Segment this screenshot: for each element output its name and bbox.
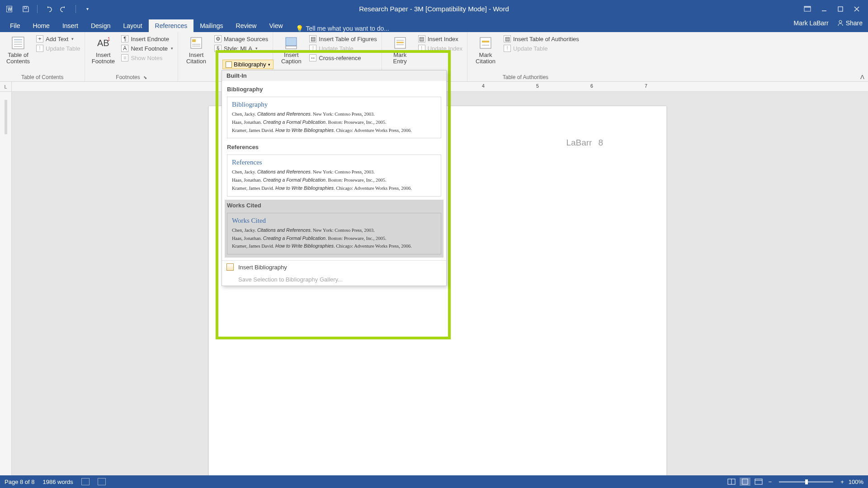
- citation-style-button[interactable]: §Style: MLA▾: [213, 44, 269, 52]
- footnote-icon: AB1: [95, 35, 111, 51]
- tab-home[interactable]: Home: [27, 19, 56, 32]
- tab-view[interactable]: View: [263, 19, 289, 32]
- save-icon[interactable]: [20, 3, 32, 15]
- manage-sources-icon: ⚙: [214, 35, 222, 42]
- bibliography-button[interactable]: Bibliography ▾: [222, 60, 274, 69]
- footnote-label: Insert Footnote: [92, 52, 115, 65]
- group-label-toc: Table of Contents: [4, 73, 81, 81]
- minimize-icon[interactable]: [821, 6, 827, 12]
- update-index-button[interactable]: !Update Index: [417, 44, 463, 52]
- zoom-slider[interactable]: [779, 481, 833, 483]
- show-notes-icon: ≡: [121, 54, 128, 61]
- tab-design[interactable]: Design: [85, 19, 117, 32]
- add-text-button[interactable]: +Add Text▾: [35, 35, 81, 43]
- update-icon: !: [36, 45, 43, 52]
- ruler-tick: 6: [590, 83, 593, 89]
- style-icon: §: [214, 45, 222, 52]
- bibliography-option-bibliography[interactable]: BibliographyBibliographyChen, Jacky. Cit…: [225, 84, 443, 141]
- undo-icon[interactable]: [43, 3, 55, 15]
- collapse-ribbon-icon[interactable]: ᐱ: [860, 74, 864, 80]
- bibliography-option-references[interactable]: ReferencesReferencesChen, Jacky. Citatio…: [225, 141, 443, 199]
- tab-layout[interactable]: Layout: [117, 19, 149, 32]
- close-icon[interactable]: [854, 6, 860, 12]
- toa-icon: ▤: [504, 35, 511, 42]
- tab-mailings[interactable]: Mailings: [193, 19, 229, 32]
- insert-endnote-button[interactable]: ¶Insert Endnote: [120, 35, 174, 43]
- read-mode-button[interactable]: [726, 478, 737, 486]
- svg-rect-5: [804, 6, 811, 8]
- macro-icon[interactable]: [98, 478, 106, 485]
- window-controls: [804, 6, 868, 12]
- signed-in-user[interactable]: Mark LaBarr: [794, 19, 829, 27]
- gallery-option-title: Works Cited: [225, 200, 443, 211]
- table-of-contents-button[interactable]: Table of Contents: [4, 34, 33, 73]
- mark-citation-icon: [477, 35, 494, 51]
- citation-icon: [188, 35, 204, 51]
- web-layout-button[interactable]: [753, 478, 764, 486]
- update-captions-table-button[interactable]: !Update Table: [308, 44, 377, 52]
- insert-table-authorities-button[interactable]: ▤Insert Table of Authorities: [503, 35, 580, 43]
- window-title: Research Paper - 3M [Compatibility Mode]…: [359, 5, 509, 13]
- show-notes-button[interactable]: ≡Show Notes: [120, 54, 174, 62]
- svg-rect-31: [742, 479, 748, 484]
- qa-customize-icon[interactable]: ▾: [81, 3, 93, 15]
- share-button[interactable]: Share: [837, 19, 863, 27]
- cross-reference-button[interactable]: ↔Cross-reference: [308, 54, 377, 62]
- tab-references[interactable]: References: [149, 19, 194, 32]
- tab-file[interactable]: File: [4, 19, 27, 32]
- mark-citation-button[interactable]: Mark Citation: [471, 34, 500, 73]
- bibliography-option-works-cited[interactable]: Works CitedWorks CitedChen, Jacky. Citat…: [225, 200, 443, 258]
- insert-bibliography-menuitem[interactable]: Insert Bibliography: [222, 261, 446, 273]
- maximize-icon[interactable]: [837, 6, 844, 12]
- svg-rect-9: [12, 37, 24, 49]
- share-icon: [837, 19, 844, 27]
- status-word-count[interactable]: 1986 words: [43, 479, 73, 485]
- zoom-level[interactable]: 100%: [849, 479, 863, 485]
- insert-index-icon: ▤: [418, 35, 425, 42]
- ruler-tick: 4: [482, 83, 485, 89]
- insert-bibliography-icon: [226, 263, 234, 271]
- tell-me-search[interactable]: 💡 Tell me what you want to do...: [289, 25, 389, 32]
- zoom-in-button[interactable]: +: [839, 479, 846, 485]
- gallery-preview: BibliographyChen, Jacky. Citations and R…: [227, 97, 441, 138]
- vertical-ruler[interactable]: [0, 92, 12, 475]
- bibliography-icon: [226, 61, 232, 68]
- dialog-launcher-icon[interactable]: ⬊: [142, 75, 147, 80]
- redo-icon[interactable]: [58, 3, 70, 15]
- group-footnotes: AB1 Insert Footnote ¶Insert Endnote ANex…: [85, 32, 178, 81]
- toc-label: Table of Contents: [6, 52, 30, 65]
- status-page[interactable]: Page 8 of 8: [5, 479, 35, 485]
- ribbon-display-icon[interactable]: [804, 6, 811, 12]
- tab-selector[interactable]: L: [0, 82, 12, 92]
- update-toc-button[interactable]: !Update Table: [35, 44, 81, 52]
- insert-citation-button[interactable]: Insert Citation: [182, 34, 211, 73]
- lightbulb-icon: 💡: [296, 25, 303, 32]
- toc-icon: [10, 35, 26, 51]
- tab-review[interactable]: Review: [230, 19, 263, 32]
- update-icon: !: [309, 45, 316, 52]
- tab-insert[interactable]: Insert: [56, 19, 85, 32]
- zoom-out-button[interactable]: −: [767, 479, 774, 485]
- insert-caption-button[interactable]: Insert Caption: [277, 34, 306, 73]
- next-footnote-button[interactable]: ANext Footnote▾: [120, 44, 174, 52]
- bibliography-gallery: Built-In BibliographyBibliographyChen, J…: [222, 70, 447, 286]
- insert-footnote-button[interactable]: AB1 Insert Footnote: [89, 34, 118, 73]
- chevron-down-icon: ▾: [268, 62, 270, 67]
- spell-check-icon[interactable]: [81, 478, 90, 485]
- add-text-icon: +: [36, 35, 43, 42]
- print-layout-button[interactable]: [740, 478, 750, 486]
- tell-me-placeholder: Tell me what you want to do...: [306, 25, 389, 32]
- update-toa-button[interactable]: !Update Table: [503, 44, 580, 52]
- save-selection-gallery-menuitem[interactable]: Save Selection to Bibliography Gallery..…: [222, 273, 446, 286]
- insert-table-of-figures-button[interactable]: ▤Insert Table of Figures: [308, 35, 377, 43]
- group-label-footnotes: Footnotes ⬊: [89, 73, 174, 81]
- manage-sources-button[interactable]: ⚙Manage Sources: [213, 35, 269, 43]
- svg-text:1: 1: [108, 37, 110, 42]
- svg-point-8: [839, 20, 842, 23]
- citation-label: Insert Citation: [186, 52, 206, 65]
- gallery-preview: ReferencesChen, Jacky. Citations and Ref…: [227, 155, 441, 196]
- mark-entry-button[interactable]: Mark Entry: [386, 34, 415, 73]
- insert-index-button[interactable]: ▤Insert Index: [417, 35, 463, 43]
- quick-access-toolbar: W ▾: [0, 3, 93, 15]
- svg-text:W: W: [8, 7, 12, 12]
